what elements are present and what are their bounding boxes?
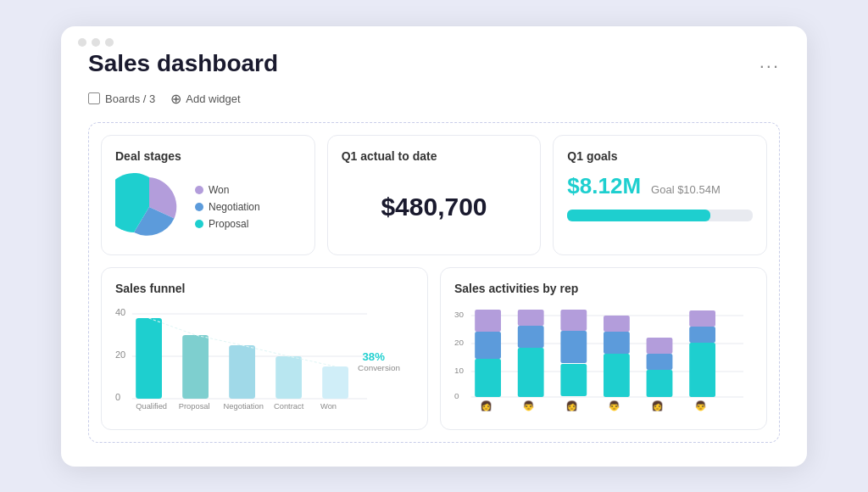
sales-activities-chart: 30 20 10 0 [454,305,753,416]
svg-text:38%: 38% [363,351,385,362]
q1-actual-value: $480,700 [381,193,487,221]
legend-item-won: Won [195,184,260,196]
sales-activities-card: Sales activities by rep 30 20 10 0 [440,267,767,430]
svg-rect-43 [689,310,715,327]
svg-rect-9 [275,356,302,399]
q1-goals-title: Q1 goals [567,149,753,163]
svg-text:Conversion: Conversion [358,363,400,372]
svg-rect-41 [689,343,715,397]
svg-text:Qualified: Qualified [136,402,167,411]
svg-rect-30 [518,326,544,348]
window-dot-3 [105,38,114,47]
subbar: Boards / 3 ⊕ Add widget [88,91,780,107]
svg-rect-39 [647,354,673,370]
window-controls [78,38,114,47]
legend-dot-won [195,186,203,194]
svg-text:Proposal: Proposal [179,402,210,411]
header: Sales dashboard ··· [88,50,780,84]
legend-label-proposal: Proposal [209,218,248,230]
goals-top: $8.12M Goal $10.54M [567,173,753,199]
goals-current: $8.12M [567,173,641,199]
svg-text:30: 30 [454,310,464,318]
legend-item-negotiation: Negotiation [195,201,260,213]
sales-funnel-card: Sales funnel 40 20 0 [101,267,428,430]
svg-text:👨: 👨 [694,400,708,411]
sales-activities-title: Sales activities by rep [454,282,753,295]
svg-rect-26 [475,359,501,397]
add-widget-icon: ⊕ [170,91,181,107]
svg-text:Negotiation: Negotiation [224,402,264,411]
sales-funnel-chart: 40 20 0 [115,305,414,416]
svg-text:40: 40 [115,307,125,316]
svg-rect-33 [560,331,587,363]
svg-text:0: 0 [454,391,459,400]
legend-dot-negotiation [195,203,203,211]
svg-rect-7 [182,335,209,399]
add-widget-button[interactable]: ⊕ Add widget [170,91,240,107]
svg-text:Contract: Contract [274,402,304,411]
legend-label-negotiation: Negotiation [209,201,260,213]
dashboard-grid: Deal stages [88,122,780,443]
svg-text:10: 10 [454,366,464,374]
top-row: Deal stages [101,135,767,255]
svg-rect-38 [647,370,673,397]
window-dot-2 [92,38,100,47]
legend-item-proposal: Proposal [195,218,260,230]
boards-label: Boards / 3 [105,92,155,105]
q1-actual-card: Q1 actual to date $480,700 [327,135,542,255]
svg-text:👨: 👨 [522,400,536,411]
svg-rect-6 [136,318,162,399]
svg-text:👩: 👩 [651,400,665,411]
q1-actual-title: Q1 actual to date [342,149,527,163]
deal-stages-legend: Won Negotiation Proposal [195,184,260,230]
legend-dot-proposal [195,220,203,228]
deal-stages-title: Deal stages [115,149,301,163]
q1-actual-body: $480,700 [342,173,527,241]
svg-rect-31 [518,310,544,326]
svg-rect-8 [229,345,255,399]
svg-text:0: 0 [115,392,120,401]
svg-text:👩: 👩 [480,400,493,411]
svg-text:Won: Won [320,402,337,411]
svg-rect-10 [322,366,348,399]
boards-link[interactable]: Boards / 3 [88,92,155,105]
goals-target: Goal $10.54M [651,183,721,196]
svg-text:👨: 👨 [609,400,622,411]
svg-rect-42 [689,327,715,343]
deal-stages-body: Won Negotiation Proposal [115,173,301,241]
boards-icon [88,92,100,104]
svg-rect-37 [604,316,630,332]
main-window: Sales dashboard ··· Boards / 3 ⊕ Add wid… [61,26,807,467]
q1-goals-body: $8.12M Goal $10.54M [567,173,753,221]
svg-text:20: 20 [454,338,464,346]
svg-text:👩: 👩 [565,400,579,411]
page-title: Sales dashboard [88,50,278,77]
svg-rect-28 [475,310,501,332]
window-dot-1 [78,38,86,47]
add-widget-label: Add widget [186,92,240,105]
deal-stages-card: Deal stages [101,135,315,255]
bottom-row: Sales funnel 40 20 0 [101,267,767,430]
svg-rect-29 [518,348,544,397]
svg-rect-32 [560,364,587,396]
svg-rect-27 [475,332,501,359]
more-options-icon[interactable]: ··· [760,55,780,77]
svg-rect-35 [604,354,630,397]
pie-chart [115,173,183,241]
svg-rect-40 [647,338,673,354]
progress-bar-fill [567,210,709,221]
svg-text:20: 20 [115,349,125,359]
legend-label-won: Won [209,184,229,196]
q1-goals-card: Q1 goals $8.12M Goal $10.54M [553,135,767,255]
svg-rect-36 [604,332,630,354]
svg-rect-34 [560,310,587,331]
sales-funnel-title: Sales funnel [115,282,414,295]
progress-bar-bg [567,210,753,221]
